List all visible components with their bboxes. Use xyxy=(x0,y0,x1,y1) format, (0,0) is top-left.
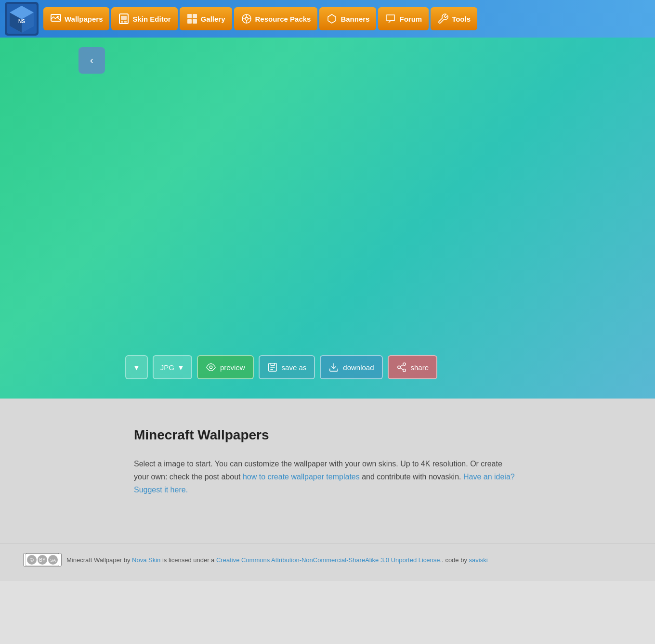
preview-button[interactable]: preview xyxy=(197,355,254,379)
info-text: Select a image to start. You can customi… xyxy=(134,457,519,497)
canvas-area: ‹ ▼ JPG ▼ preview save as download xyxy=(0,38,655,399)
info-section: Minecraft Wallpapers Select a image to s… xyxy=(0,399,655,543)
share-button[interactable]: share xyxy=(388,355,438,379)
svg-rect-10 xyxy=(121,16,127,20)
svg-point-23 xyxy=(210,366,212,369)
svg-line-29 xyxy=(400,368,403,370)
nav-skin-editor[interactable]: Skin Editor xyxy=(111,7,177,30)
svg-point-26 xyxy=(403,363,406,366)
footer: © BY SA Minecraft Wallpaper by Nova Skin… xyxy=(0,543,655,581)
svg-rect-14 xyxy=(193,14,197,18)
size-dropdown[interactable]: ▼ xyxy=(125,355,148,379)
svg-rect-24 xyxy=(268,363,276,372)
share-icon xyxy=(396,362,407,373)
svg-line-30 xyxy=(400,365,403,367)
novaskin-link[interactable]: Nova Skin xyxy=(132,556,160,564)
download-button[interactable]: download xyxy=(320,355,382,379)
saveas-button[interactable]: save as xyxy=(259,355,315,379)
svg-point-27 xyxy=(397,366,400,369)
logo[interactable]: NS xyxy=(5,2,39,36)
header: NS Wallpapers Skin Editor Gallery Resour… xyxy=(0,0,655,38)
preview-icon xyxy=(206,362,216,373)
footer-text: Minecraft Wallpaper by Nova Skin is lice… xyxy=(66,556,488,564)
svg-text:©: © xyxy=(30,557,34,563)
nav-gallery[interactable]: Gallery xyxy=(180,7,232,30)
svg-point-8 xyxy=(57,16,59,18)
nav-banners[interactable]: Banners xyxy=(319,7,376,30)
download-icon xyxy=(328,362,339,373)
page-title: Minecraft Wallpapers xyxy=(134,427,519,443)
back-button[interactable]: ‹ xyxy=(79,47,105,74)
svg-rect-13 xyxy=(187,14,192,18)
svg-text:NS: NS xyxy=(18,19,25,24)
license-link[interactable]: Creative Commons Attribution-NonCommerci… xyxy=(216,556,442,564)
wallpaper-templates-link[interactable]: how to create wallpaper templates xyxy=(243,473,360,481)
saviski-link[interactable]: saviski xyxy=(469,556,488,564)
svg-rect-11 xyxy=(121,21,123,23)
svg-point-18 xyxy=(245,17,248,20)
svg-rect-16 xyxy=(193,19,197,24)
nav-tools[interactable]: Tools xyxy=(431,7,477,30)
svg-text:BY: BY xyxy=(39,557,46,563)
svg-rect-12 xyxy=(124,21,127,23)
format-label: JPG xyxy=(160,363,174,372)
nav-forum[interactable]: Forum xyxy=(378,7,429,30)
svg-text:SA: SA xyxy=(50,558,56,563)
saveas-icon xyxy=(267,362,278,373)
toolbar: ▼ JPG ▼ preview save as download share xyxy=(0,355,437,379)
info-paragraph2: and contribute with novaskin. xyxy=(360,473,463,481)
format-arrow: ▼ xyxy=(177,363,184,372)
nav-wallpapers[interactable]: Wallpapers xyxy=(43,7,109,30)
cc-logo: © BY SA xyxy=(23,553,62,567)
format-dropdown[interactable]: JPG ▼ xyxy=(153,355,192,379)
svg-point-28 xyxy=(403,369,406,372)
svg-rect-15 xyxy=(187,19,192,24)
nav-resource-packs[interactable]: Resource Packs xyxy=(234,7,318,30)
